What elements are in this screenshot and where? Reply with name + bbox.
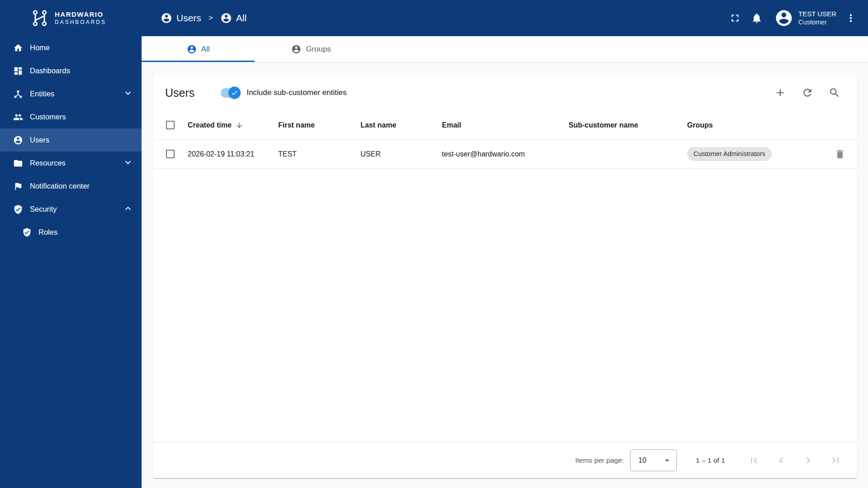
sub-customer-toggle-group[interactable]: Include sub-customer entities — [221, 88, 346, 98]
sidebar-item-notification-center[interactable]: Notification center — [0, 175, 142, 198]
sidebar-item-dashboards[interactable]: Dashboards — [0, 59, 142, 82]
account-circle-icon — [774, 9, 793, 28]
account-circle-icon — [13, 135, 23, 145]
content: Users Include sub-customer entities — [142, 62, 868, 488]
breadcrumb-all[interactable]: All — [220, 12, 247, 24]
page-title: Users — [165, 86, 194, 99]
refresh-icon — [802, 87, 813, 99]
row-checkbox[interactable] — [166, 150, 175, 158]
refresh-button[interactable] — [797, 83, 817, 103]
items-per-page-label: Items per page: — [575, 456, 624, 464]
fullscreen-icon — [729, 12, 741, 24]
cell-last-name: USER — [360, 150, 442, 158]
pager-buttons — [743, 450, 846, 471]
tab-all[interactable]: All — [142, 36, 255, 62]
column-first-name[interactable]: First name — [278, 121, 360, 129]
sidebar-item-home[interactable]: Home — [0, 36, 142, 59]
add-user-button[interactable] — [770, 83, 790, 103]
card-actions — [770, 83, 844, 103]
logo: HARDWARIO DASHBOARDS — [0, 9, 142, 27]
sidebar-item-roles[interactable]: Roles — [0, 221, 142, 244]
last-page-button[interactable] — [825, 450, 846, 471]
first-page-icon — [748, 455, 760, 466]
chevron-up-icon — [123, 203, 133, 216]
first-page-button[interactable] — [743, 450, 765, 471]
chevron-down-icon — [123, 157, 133, 170]
tab-groups-label: Groups — [306, 45, 331, 54]
sidebar-item-label: Dashboards — [30, 66, 70, 75]
page-size-select[interactable]: 10 — [630, 450, 677, 471]
sidebar-item-label: Users — [30, 136, 49, 144]
sidebar-item-customers[interactable]: Customers — [0, 105, 142, 128]
logo-text: HARDWARIO DASHBOARDS — [55, 10, 106, 26]
bell-icon — [751, 12, 763, 24]
user-menu-button[interactable] — [840, 7, 862, 29]
kebab-vertical-icon — [845, 12, 857, 24]
column-sub-customer[interactable]: Sub-customer name — [569, 121, 687, 129]
paginator: Items per page: 10 1 – 1 of 1 — [152, 442, 857, 478]
sidebar-item-users[interactable]: Users — [0, 128, 142, 152]
select-all-checkbox[interactable] — [166, 121, 175, 129]
logo-line2: DASHBOARDS — [55, 19, 106, 26]
column-created-time[interactable]: Created time — [188, 121, 232, 129]
sidebar-item-label: Security — [30, 205, 57, 213]
home-icon — [13, 43, 23, 53]
tabbar: All Groups — [142, 36, 868, 62]
breadcrumb-separator: > — [209, 14, 213, 23]
sidebar-item-label: Home — [30, 43, 50, 52]
account-circle-icon — [220, 12, 232, 24]
toggle-label: Include sub-customer entities — [247, 88, 346, 97]
shield-icon — [13, 204, 23, 214]
sidebar-item-label: Entities — [30, 90, 54, 98]
page-size-value: 10 — [638, 456, 646, 464]
breadcrumb-users[interactable]: Users — [161, 12, 201, 24]
shield-icon — [22, 227, 32, 237]
sidebar: Home Dashboards Entities Customers Users… — [0, 36, 142, 488]
sidebar-item-label: Roles — [38, 228, 57, 237]
user-role: Customer — [798, 18, 836, 27]
account-circle-icon — [161, 12, 172, 24]
device-hub-icon — [13, 89, 23, 99]
next-page-button[interactable] — [797, 450, 819, 471]
app-root: HARDWARIO DASHBOARDS Users > All — [0, 0, 868, 488]
app-header: HARDWARIO DASHBOARDS Users > All — [0, 0, 868, 36]
users-card: Users Include sub-customer entities — [152, 75, 857, 478]
column-last-name[interactable]: Last name — [360, 121, 442, 129]
user-avatar[interactable] — [774, 8, 794, 28]
chevron-left-icon — [775, 455, 787, 466]
dashboard-icon — [13, 66, 23, 76]
card-header: Users Include sub-customer entities — [152, 75, 857, 111]
chevron-down-icon — [123, 88, 133, 100]
sidebar-item-resources[interactable]: Resources — [0, 152, 142, 175]
folder-icon — [13, 158, 23, 168]
last-page-icon — [830, 455, 841, 466]
sidebar-item-entities[interactable]: Entities — [0, 82, 142, 105]
flag-icon — [13, 181, 23, 191]
plus-icon — [774, 87, 786, 99]
hardwario-logo-icon — [31, 9, 49, 27]
delete-user-button[interactable] — [831, 145, 849, 163]
tab-groups[interactable]: Groups — [255, 36, 368, 62]
column-groups[interactable]: Groups — [687, 121, 823, 129]
previous-page-button[interactable] — [770, 450, 792, 471]
sort-desc-icon[interactable] — [235, 121, 243, 129]
dropdown-arrow-icon — [662, 455, 673, 466]
cell-email: test-user@hardwario.com — [442, 150, 569, 158]
sidebar-item-security[interactable]: Security — [0, 198, 142, 221]
column-email[interactable]: Email — [442, 121, 569, 129]
fullscreen-button[interactable] — [724, 7, 746, 29]
breadcrumb-all-label: All — [236, 13, 247, 24]
sidebar-item-label: Resources — [30, 159, 66, 167]
trash-icon — [835, 149, 845, 160]
notifications-button[interactable] — [746, 7, 768, 29]
cell-first-name: TEST — [278, 150, 360, 158]
header-actions: TEST USER Customer — [724, 7, 868, 29]
breadcrumb-users-label: Users — [176, 13, 201, 24]
sidebar-item-label: Notification center — [30, 182, 90, 190]
sidebar-item-label: Customers — [30, 113, 66, 121]
search-button[interactable] — [825, 83, 844, 103]
search-icon — [829, 87, 840, 99]
breadcrumb: Users > All — [161, 12, 247, 24]
toggle-thumb — [228, 87, 241, 99]
toggle-switch[interactable] — [221, 88, 240, 98]
